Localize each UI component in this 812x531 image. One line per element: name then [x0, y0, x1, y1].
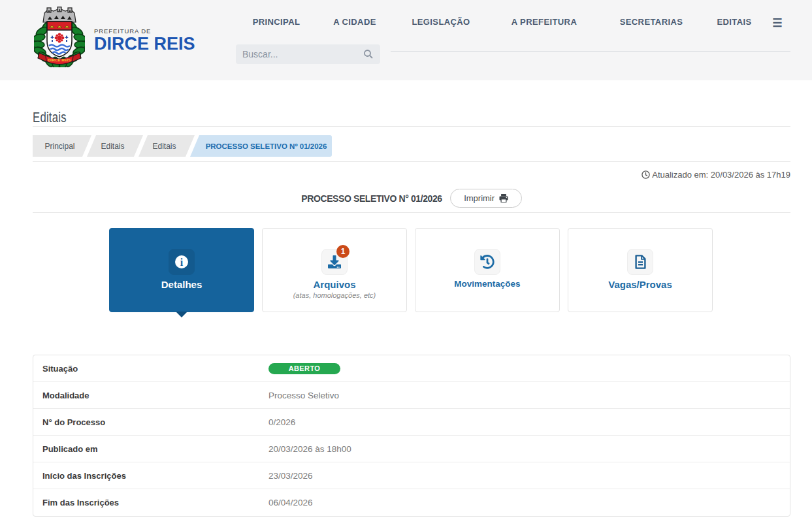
svg-text:i: i: [180, 257, 184, 268]
svg-text:DIRCE REIS: DIRCE REIS: [48, 58, 71, 62]
